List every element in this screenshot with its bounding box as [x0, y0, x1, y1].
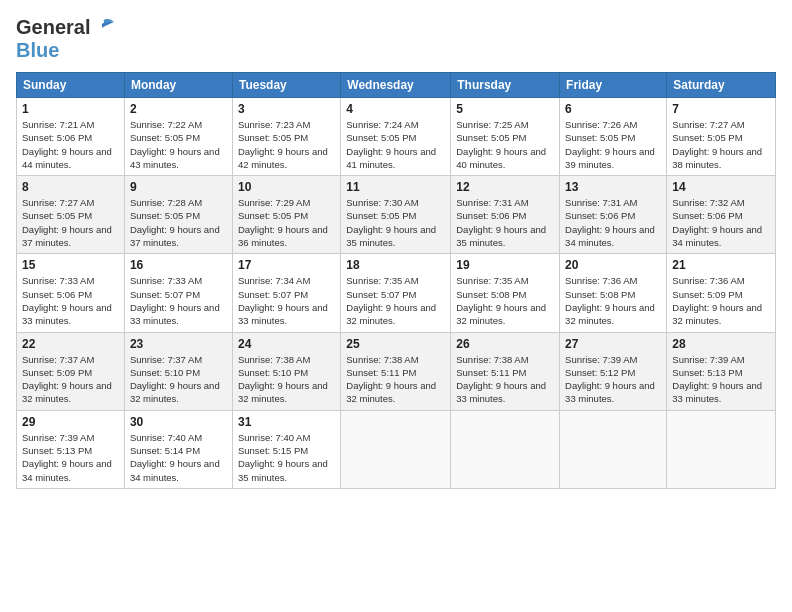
sunrise-text: Sunrise: 7:31 AM [456, 197, 528, 208]
sunset-text: Sunset: 5:06 PM [672, 210, 742, 221]
calendar-day-cell: 18 Sunrise: 7:35 AM Sunset: 5:07 PM Dayl… [341, 254, 451, 332]
day-number: 13 [565, 180, 661, 194]
day-number: 4 [346, 102, 445, 116]
calendar-day-cell [560, 410, 667, 488]
day-info: Sunrise: 7:34 AM Sunset: 5:07 PM Dayligh… [238, 274, 335, 327]
sunset-text: Sunset: 5:11 PM [346, 367, 416, 378]
sunset-text: Sunset: 5:05 PM [346, 210, 416, 221]
calendar-week-row: 8 Sunrise: 7:27 AM Sunset: 5:05 PM Dayli… [17, 176, 776, 254]
sunrise-text: Sunrise: 7:30 AM [346, 197, 418, 208]
calendar-day-cell: 13 Sunrise: 7:31 AM Sunset: 5:06 PM Dayl… [560, 176, 667, 254]
day-info: Sunrise: 7:32 AM Sunset: 5:06 PM Dayligh… [672, 196, 770, 249]
day-number: 17 [238, 258, 335, 272]
sunrise-text: Sunrise: 7:26 AM [565, 119, 637, 130]
daylight-text: Daylight: 9 hours and 32 minutes. [672, 302, 762, 326]
daylight-text: Daylight: 9 hours and 32 minutes. [22, 380, 112, 404]
daylight-text: Daylight: 9 hours and 34 minutes. [565, 224, 655, 248]
day-number: 24 [238, 337, 335, 351]
sunset-text: Sunset: 5:05 PM [672, 132, 742, 143]
daylight-text: Daylight: 9 hours and 35 minutes. [456, 224, 546, 248]
calendar-day-cell: 28 Sunrise: 7:39 AM Sunset: 5:13 PM Dayl… [667, 332, 776, 410]
sunrise-text: Sunrise: 7:24 AM [346, 119, 418, 130]
day-number: 22 [22, 337, 119, 351]
daylight-text: Daylight: 9 hours and 35 minutes. [238, 458, 328, 482]
daylight-text: Daylight: 9 hours and 37 minutes. [130, 224, 220, 248]
day-info: Sunrise: 7:35 AM Sunset: 5:08 PM Dayligh… [456, 274, 554, 327]
day-info: Sunrise: 7:23 AM Sunset: 5:05 PM Dayligh… [238, 118, 335, 171]
calendar-day-cell [667, 410, 776, 488]
sunrise-text: Sunrise: 7:34 AM [238, 275, 310, 286]
sunset-text: Sunset: 5:05 PM [456, 132, 526, 143]
day-info: Sunrise: 7:33 AM Sunset: 5:06 PM Dayligh… [22, 274, 119, 327]
calendar-day-cell [451, 410, 560, 488]
sunrise-text: Sunrise: 7:21 AM [22, 119, 94, 130]
calendar-day-cell [341, 410, 451, 488]
sunset-text: Sunset: 5:08 PM [456, 289, 526, 300]
day-number: 6 [565, 102, 661, 116]
daylight-text: Daylight: 9 hours and 43 minutes. [130, 146, 220, 170]
calendar-day-cell: 1 Sunrise: 7:21 AM Sunset: 5:06 PM Dayli… [17, 98, 125, 176]
day-number: 3 [238, 102, 335, 116]
sunset-text: Sunset: 5:07 PM [346, 289, 416, 300]
calendar-day-cell: 25 Sunrise: 7:38 AM Sunset: 5:11 PM Dayl… [341, 332, 451, 410]
calendar-week-row: 1 Sunrise: 7:21 AM Sunset: 5:06 PM Dayli… [17, 98, 776, 176]
day-info: Sunrise: 7:38 AM Sunset: 5:11 PM Dayligh… [346, 353, 445, 406]
logo-general: General [16, 16, 90, 39]
sunrise-text: Sunrise: 7:40 AM [130, 432, 202, 443]
calendar-day-cell: 23 Sunrise: 7:37 AM Sunset: 5:10 PM Dayl… [124, 332, 232, 410]
day-info: Sunrise: 7:30 AM Sunset: 5:05 PM Dayligh… [346, 196, 445, 249]
calendar-day-cell: 7 Sunrise: 7:27 AM Sunset: 5:05 PM Dayli… [667, 98, 776, 176]
day-of-week-header: Saturday [667, 73, 776, 98]
day-number: 15 [22, 258, 119, 272]
day-info: Sunrise: 7:37 AM Sunset: 5:10 PM Dayligh… [130, 353, 227, 406]
daylight-text: Daylight: 9 hours and 32 minutes. [456, 302, 546, 326]
day-number: 20 [565, 258, 661, 272]
daylight-text: Daylight: 9 hours and 36 minutes. [238, 224, 328, 248]
calendar-day-cell: 15 Sunrise: 7:33 AM Sunset: 5:06 PM Dayl… [17, 254, 125, 332]
daylight-text: Daylight: 9 hours and 32 minutes. [346, 380, 436, 404]
calendar-header-row: SundayMondayTuesdayWednesdayThursdayFrid… [17, 73, 776, 98]
sunrise-text: Sunrise: 7:39 AM [565, 354, 637, 365]
calendar-day-cell: 9 Sunrise: 7:28 AM Sunset: 5:05 PM Dayli… [124, 176, 232, 254]
day-number: 19 [456, 258, 554, 272]
sunrise-text: Sunrise: 7:31 AM [565, 197, 637, 208]
sunset-text: Sunset: 5:05 PM [346, 132, 416, 143]
daylight-text: Daylight: 9 hours and 34 minutes. [22, 458, 112, 482]
day-number: 31 [238, 415, 335, 429]
sunrise-text: Sunrise: 7:37 AM [130, 354, 202, 365]
sunset-text: Sunset: 5:05 PM [238, 132, 308, 143]
day-of-week-header: Friday [560, 73, 667, 98]
sunset-text: Sunset: 5:06 PM [22, 132, 92, 143]
sunrise-text: Sunrise: 7:36 AM [672, 275, 744, 286]
day-info: Sunrise: 7:33 AM Sunset: 5:07 PM Dayligh… [130, 274, 227, 327]
day-info: Sunrise: 7:39 AM Sunset: 5:12 PM Dayligh… [565, 353, 661, 406]
daylight-text: Daylight: 9 hours and 42 minutes. [238, 146, 328, 170]
day-number: 9 [130, 180, 227, 194]
day-info: Sunrise: 7:37 AM Sunset: 5:09 PM Dayligh… [22, 353, 119, 406]
day-info: Sunrise: 7:24 AM Sunset: 5:05 PM Dayligh… [346, 118, 445, 171]
sunrise-text: Sunrise: 7:32 AM [672, 197, 744, 208]
day-of-week-header: Wednesday [341, 73, 451, 98]
calendar-day-cell: 21 Sunrise: 7:36 AM Sunset: 5:09 PM Dayl… [667, 254, 776, 332]
day-number: 8 [22, 180, 119, 194]
calendar-container: General Blue SundayMondayTuesdayWednesda… [0, 0, 792, 612]
sunrise-text: Sunrise: 7:23 AM [238, 119, 310, 130]
calendar-day-cell: 8 Sunrise: 7:27 AM Sunset: 5:05 PM Dayli… [17, 176, 125, 254]
sunrise-text: Sunrise: 7:37 AM [22, 354, 94, 365]
calendar-day-cell: 27 Sunrise: 7:39 AM Sunset: 5:12 PM Dayl… [560, 332, 667, 410]
calendar-day-cell: 17 Sunrise: 7:34 AM Sunset: 5:07 PM Dayl… [232, 254, 340, 332]
daylight-text: Daylight: 9 hours and 33 minutes. [22, 302, 112, 326]
calendar-day-cell: 4 Sunrise: 7:24 AM Sunset: 5:05 PM Dayli… [341, 98, 451, 176]
day-info: Sunrise: 7:31 AM Sunset: 5:06 PM Dayligh… [565, 196, 661, 249]
sunrise-text: Sunrise: 7:25 AM [456, 119, 528, 130]
calendar-day-cell: 5 Sunrise: 7:25 AM Sunset: 5:05 PM Dayli… [451, 98, 560, 176]
day-info: Sunrise: 7:25 AM Sunset: 5:05 PM Dayligh… [456, 118, 554, 171]
day-of-week-header: Tuesday [232, 73, 340, 98]
logo: General Blue [16, 16, 116, 62]
daylight-text: Daylight: 9 hours and 41 minutes. [346, 146, 436, 170]
sunrise-text: Sunrise: 7:38 AM [346, 354, 418, 365]
daylight-text: Daylight: 9 hours and 37 minutes. [22, 224, 112, 248]
daylight-text: Daylight: 9 hours and 38 minutes. [672, 146, 762, 170]
sunset-text: Sunset: 5:11 PM [456, 367, 526, 378]
day-number: 7 [672, 102, 770, 116]
